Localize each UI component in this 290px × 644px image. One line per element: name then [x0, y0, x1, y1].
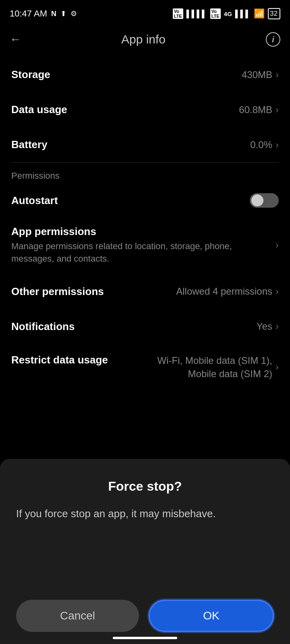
status-right-icons: VoLTE ▌▌▌▌ VoLTE 4G ▌▌▌ 📶 32 — [173, 8, 280, 19]
force-stop-dialog: Force stop? If you force stop an app, it… — [0, 459, 290, 644]
status-bar: 10:47 AM N ⬆ ⚙ VoLTE ▌▌▌▌ VoLTE 4G ▌▌▌ 📶… — [0, 0, 290, 24]
volte-badge-2: VoLTE — [210, 8, 221, 19]
info-button[interactable]: i — [266, 32, 280, 47]
dialog-title: Force stop? — [108, 479, 182, 494]
storage-chevron: › — [276, 69, 279, 80]
storage-label: Storage — [11, 68, 50, 81]
battery-value: 0.0% › — [250, 139, 279, 151]
4g-badge: 4G — [224, 10, 232, 17]
status-time: 10:47 AM N ⬆ ⚙ — [10, 8, 77, 19]
notifications-label: Notifications — [11, 320, 75, 333]
notifications-value: Yes › — [257, 321, 279, 332]
other-permissions-value: Allowed 4 permissions › — [176, 286, 279, 297]
top-nav-bar: ← App info i — [0, 26, 290, 53]
dialog-buttons: Cancel OK — [16, 600, 274, 632]
restrict-data-chevron: › — [276, 360, 279, 374]
app-permissions-desc: Manage permissions related to location, … — [11, 240, 237, 265]
storage-value: 430MB › — [242, 69, 279, 80]
permissions-section-label: Permissions — [0, 163, 290, 184]
page-title: App info — [121, 33, 166, 46]
battery-level: 32 — [270, 10, 278, 18]
data-usage-value: 60.8MB › — [239, 104, 279, 116]
notifications-chevron: › — [276, 321, 279, 332]
other-permissions-label: Other permissions — [11, 285, 104, 298]
autostart-row[interactable]: Autostart — [0, 184, 290, 217]
signal-bars-2: ▌▌▌ — [235, 10, 251, 18]
other-permissions-row[interactable]: Other permissions Allowed 4 permissions … — [0, 274, 290, 309]
volte-badge-1: VoLTE — [173, 8, 183, 19]
other-permissions-chevron: › — [276, 286, 279, 297]
home-indicator — [113, 637, 177, 639]
notifications-row[interactable]: Notifications Yes › — [0, 309, 290, 344]
data-usage-row[interactable]: Data usage 60.8MB › — [0, 92, 290, 127]
cancel-button[interactable]: Cancel — [16, 600, 139, 632]
battery-label: Battery — [11, 138, 48, 151]
upload-icon: ⬆ — [60, 9, 66, 18]
back-button[interactable]: ← — [10, 33, 21, 46]
restrict-data-row[interactable]: Restrict data usage Wi-Fi, Mobile data (… — [0, 344, 290, 392]
signal-bars-1: ▌▌▌▌ — [186, 10, 207, 18]
app-permissions-title: App permissions — [11, 225, 276, 238]
autostart-toggle[interactable] — [250, 193, 279, 208]
autostart-label: Autostart — [11, 194, 58, 207]
storage-row[interactable]: Storage 430MB › — [0, 57, 290, 92]
battery-row[interactable]: Battery 0.0% › — [0, 127, 290, 162]
app-permissions-chevron: › — [276, 239, 279, 251]
restrict-data-label: Restrict data usage — [11, 354, 108, 366]
toggle-knob — [251, 194, 263, 206]
data-usage-chevron: › — [276, 104, 279, 116]
wifi-icon: 📶 — [254, 8, 265, 19]
settings-list: Storage 430MB › Data usage 60.8MB › Batt… — [0, 57, 290, 392]
netflix-icon: N — [51, 10, 56, 18]
battery-indicator: 32 — [268, 8, 280, 19]
data-usage-label: Data usage — [11, 103, 67, 116]
time-text: 10:47 AM — [10, 8, 47, 19]
dialog-body: If you force stop an app, it may misbeha… — [16, 506, 216, 522]
app-permissions-text: App permissions Manage permissions relat… — [11, 225, 276, 265]
info-icon: i — [272, 35, 274, 44]
settings-icon: ⚙ — [70, 9, 77, 18]
app-permissions-row[interactable]: App permissions Manage permissions relat… — [0, 217, 290, 274]
battery-chevron: › — [276, 139, 279, 151]
ok-button[interactable]: OK — [149, 600, 274, 632]
restrict-data-value: Wi-Fi, Mobile data (SIM 1), Mobile data … — [150, 354, 279, 381]
